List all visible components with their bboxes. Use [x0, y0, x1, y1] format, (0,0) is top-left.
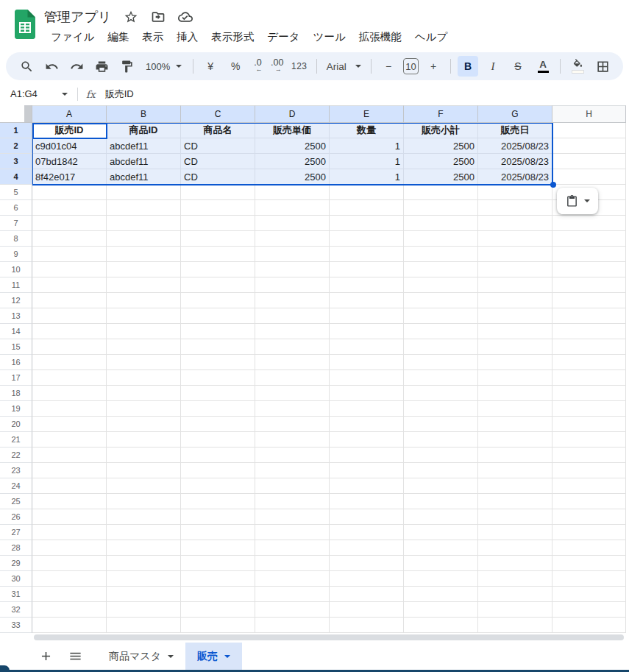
cell-B31[interactable] — [107, 587, 181, 602]
zoom-control[interactable]: 100% — [141, 56, 186, 77]
more-formats-button[interactable]: 123 — [289, 56, 310, 77]
cell-D17[interactable] — [255, 370, 330, 386]
cell-H7[interactable] — [552, 216, 626, 231]
cell-B4[interactable]: abcdef11 — [107, 169, 181, 185]
cell-B16[interactable] — [107, 355, 181, 370]
cell-D23[interactable] — [255, 463, 330, 478]
cell-A10[interactable] — [32, 262, 107, 277]
cell-F5[interactable] — [404, 185, 478, 200]
cell-H20[interactable] — [552, 417, 626, 432]
cell-H23[interactable] — [552, 463, 626, 478]
cell-F4[interactable]: 2500 — [404, 169, 478, 185]
cell-A30[interactable] — [32, 571, 107, 587]
cell-B26[interactable] — [107, 509, 181, 525]
row-header-7[interactable]: 7 — [0, 216, 32, 231]
row-header-2[interactable]: 2 — [0, 138, 32, 154]
cell-G8[interactable] — [478, 231, 552, 247]
fill-handle[interactable] — [550, 182, 556, 188]
row-header-28[interactable]: 28 — [0, 540, 32, 556]
cell-E10[interactable] — [330, 262, 404, 277]
cell-E20[interactable] — [330, 417, 404, 432]
cell-D11[interactable] — [255, 277, 330, 293]
cell-D16[interactable] — [255, 355, 330, 370]
cell-E22[interactable] — [330, 448, 404, 463]
cell-G19[interactable] — [478, 401, 552, 417]
cell-C5[interactable] — [181, 185, 255, 200]
decrease-decimal-button[interactable]: .0 ← — [250, 56, 265, 77]
cell-F16[interactable] — [404, 355, 478, 370]
cell-G10[interactable] — [478, 262, 552, 277]
cell-A7[interactable] — [32, 216, 107, 231]
cell-E5[interactable] — [330, 185, 404, 200]
cell-F19[interactable] — [404, 401, 478, 417]
cell-C31[interactable] — [181, 587, 255, 602]
cell-A32[interactable] — [32, 602, 107, 618]
cell-G29[interactable] — [478, 556, 552, 571]
row-header-27[interactable]: 27 — [0, 525, 32, 540]
menu-item-ツール[interactable]: ツール — [307, 29, 352, 46]
cell-H13[interactable] — [552, 308, 626, 324]
cell-E18[interactable] — [330, 386, 404, 401]
redo-icon[interactable] — [66, 56, 87, 77]
cell-C16[interactable] — [181, 355, 255, 370]
menu-item-挿入[interactable]: 挿入 — [170, 29, 205, 46]
cell-B15[interactable] — [107, 339, 181, 355]
cell-D12[interactable] — [255, 293, 330, 308]
cell-E13[interactable] — [330, 308, 404, 324]
cell-E9[interactable] — [330, 247, 404, 262]
cell-D22[interactable] — [255, 448, 330, 463]
cell-B30[interactable] — [107, 571, 181, 587]
cell-B10[interactable] — [107, 262, 181, 277]
cell-C14[interactable] — [181, 324, 255, 339]
cell-B14[interactable] — [107, 324, 181, 339]
menu-item-ファイル[interactable]: ファイル — [44, 29, 101, 46]
cell-E25[interactable] — [330, 494, 404, 509]
cell-F2[interactable]: 2500 — [404, 138, 478, 154]
cell-G9[interactable] — [478, 247, 552, 262]
cell-D24[interactable] — [255, 478, 330, 494]
cell-B12[interactable] — [107, 293, 181, 308]
cell-B2[interactable]: abcdef11 — [107, 138, 181, 154]
fill-color-icon[interactable] — [567, 56, 588, 77]
menu-item-表示形式[interactable]: 表示形式 — [205, 29, 260, 46]
cell-A15[interactable] — [32, 339, 107, 355]
cell-H18[interactable] — [552, 386, 626, 401]
cell-G18[interactable] — [478, 386, 552, 401]
row-header-23[interactable]: 23 — [0, 463, 32, 478]
cell-H29[interactable] — [552, 556, 626, 571]
document-title[interactable]: 管理アプリ — [44, 8, 111, 26]
row-header-1[interactable]: 1 — [0, 123, 32, 138]
menu-item-編集[interactable]: 編集 — [101, 29, 135, 46]
cell-C7[interactable] — [181, 216, 255, 231]
cell-G32[interactable] — [478, 602, 552, 618]
cell-F7[interactable] — [404, 216, 478, 231]
cell-H19[interactable] — [552, 401, 626, 417]
cell-E21[interactable] — [330, 432, 404, 448]
row-header-13[interactable]: 13 — [0, 308, 32, 324]
cell-F6[interactable] — [404, 200, 478, 216]
cell-C2[interactable]: CD — [181, 138, 255, 154]
print-icon[interactable] — [91, 56, 112, 77]
cell-E28[interactable] — [330, 540, 404, 556]
menu-item-データ[interactable]: データ — [260, 29, 306, 46]
cell-H14[interactable] — [552, 324, 626, 339]
cell-A12[interactable] — [32, 293, 107, 308]
cell-E15[interactable] — [330, 339, 404, 355]
cell-E1[interactable]: 数量 — [330, 123, 404, 138]
cell-C6[interactable] — [181, 200, 255, 216]
cell-C8[interactable] — [181, 231, 255, 247]
cell-B8[interactable] — [107, 231, 181, 247]
cell-C1[interactable]: 商品名 — [181, 123, 255, 138]
cell-D25[interactable] — [255, 494, 330, 509]
row-header-18[interactable]: 18 — [0, 386, 32, 401]
cell-D6[interactable] — [255, 200, 330, 216]
cell-G23[interactable] — [478, 463, 552, 478]
cell-E24[interactable] — [330, 478, 404, 494]
cell-A19[interactable] — [32, 401, 107, 417]
cell-D26[interactable] — [255, 509, 330, 525]
decrease-font-size-button[interactable]: − — [378, 56, 399, 77]
cell-D1[interactable]: 販売単価 — [255, 123, 330, 138]
cell-G16[interactable] — [478, 355, 552, 370]
cell-H21[interactable] — [552, 432, 626, 448]
row-header-24[interactable]: 24 — [0, 478, 32, 494]
